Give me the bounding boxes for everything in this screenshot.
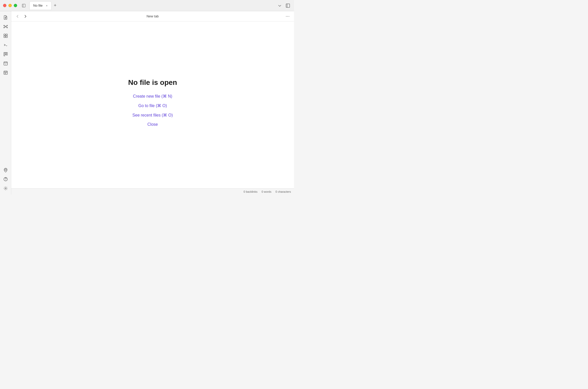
svg-rect-0 (22, 4, 25, 7)
status-bar: 0 backlinks 0 words 0 characters (11, 188, 294, 194)
tabs-area: No file × + (29, 1, 277, 10)
toolbar-title: New tab (147, 14, 159, 18)
main-layout: 1 (0, 11, 294, 194)
more-options-button[interactable]: ⋯ (284, 13, 291, 20)
character-count: 0 characters (275, 190, 291, 193)
svg-rect-2 (286, 4, 290, 7)
minimize-button[interactable] (8, 4, 12, 7)
new-tab-button[interactable]: + (52, 2, 59, 9)
maximize-button[interactable] (14, 4, 17, 7)
sidebar-toggle-button[interactable] (20, 2, 27, 9)
graph-icon (3, 24, 8, 29)
files-icon (3, 15, 8, 20)
sidebar-item-help[interactable] (2, 175, 10, 183)
traffic-lights (3, 4, 17, 7)
layout-button[interactable] (285, 3, 291, 9)
svg-rect-16 (6, 34, 7, 36)
svg-line-14 (6, 27, 7, 27)
word-count: 0 words (262, 190, 272, 193)
calendar-icon (3, 70, 8, 75)
title-bar: No file × + (0, 0, 294, 11)
sidebar-bottom (2, 166, 10, 192)
goto-file-link[interactable]: Go to file (⌘ O) (138, 103, 167, 108)
title-bar-right (277, 3, 291, 9)
sidebar-item-files[interactable] (2, 13, 10, 21)
close-button[interactable] (3, 4, 6, 7)
svg-rect-22 (6, 52, 7, 55)
back-icon (16, 15, 19, 18)
svg-point-7 (4, 25, 4, 26)
svg-point-8 (7, 25, 7, 26)
svg-point-34 (5, 169, 6, 170)
toolbar: New tab ⋯ (11, 11, 294, 21)
sidebar-item-graph[interactable] (2, 22, 10, 31)
settings-icon (3, 186, 8, 191)
sidebar-toggle-icon (22, 4, 26, 7)
sidebar-item-calendar[interactable] (2, 68, 10, 77)
help-icon (3, 177, 8, 181)
svg-line-13 (4, 27, 5, 27)
svg-text:1: 1 (5, 63, 6, 65)
content-area: No file is open Create new file (⌘ N) Go… (11, 21, 294, 188)
sidebar-item-calendar-day[interactable]: 1 (2, 59, 10, 67)
sidebar-item-extensions[interactable] (2, 32, 10, 40)
svg-line-11 (4, 26, 5, 26)
svg-line-12 (6, 26, 7, 26)
active-tab[interactable]: No file × (29, 1, 52, 10)
tab-close-button[interactable]: × (45, 4, 49, 8)
svg-point-9 (4, 27, 4, 28)
forward-button[interactable] (22, 13, 29, 20)
backlinks-count: 0 backlinks (244, 190, 257, 193)
forward-icon (23, 15, 27, 18)
sidebar-item-settings[interactable] (2, 184, 10, 192)
content-wrapper: New tab ⋯ No file is open Create new fil… (11, 11, 294, 194)
svg-point-37 (5, 188, 6, 189)
svg-point-10 (7, 27, 7, 28)
sidebar-top: 1 (2, 13, 10, 165)
new-tab-icon: + (54, 3, 57, 8)
back-button[interactable] (14, 13, 21, 20)
svg-point-6 (5, 26, 6, 27)
kanban-icon (3, 52, 8, 56)
svg-point-36 (5, 180, 6, 181)
tab-list-button[interactable] (277, 3, 283, 9)
svg-rect-15 (4, 34, 5, 36)
no-file-heading: No file is open (128, 78, 177, 87)
calendar-day-icon: 1 (3, 61, 8, 66)
close-link[interactable]: Close (147, 122, 158, 127)
svg-rect-18 (6, 36, 7, 38)
more-options-icon: ⋯ (286, 14, 290, 19)
svg-rect-20 (4, 52, 5, 56)
chevron-down-icon (278, 4, 281, 7)
tab-label: No file (33, 4, 43, 7)
sidebar-item-terminal[interactable] (2, 41, 10, 49)
sidebar: 1 (0, 11, 11, 194)
extensions-icon (3, 33, 8, 38)
tab-close-icon: × (46, 4, 48, 7)
create-new-file-link[interactable]: Create new file (⌘ N) (133, 94, 172, 99)
sidebar-item-map[interactable] (2, 166, 10, 174)
svg-rect-21 (5, 52, 6, 55)
layout-icon (286, 4, 290, 8)
map-icon (3, 168, 8, 172)
sidebar-item-kanban[interactable] (2, 50, 10, 58)
recent-files-link[interactable]: See recent files (⌘ O) (132, 113, 173, 118)
svg-rect-17 (4, 36, 5, 38)
terminal-icon (3, 43, 8, 47)
